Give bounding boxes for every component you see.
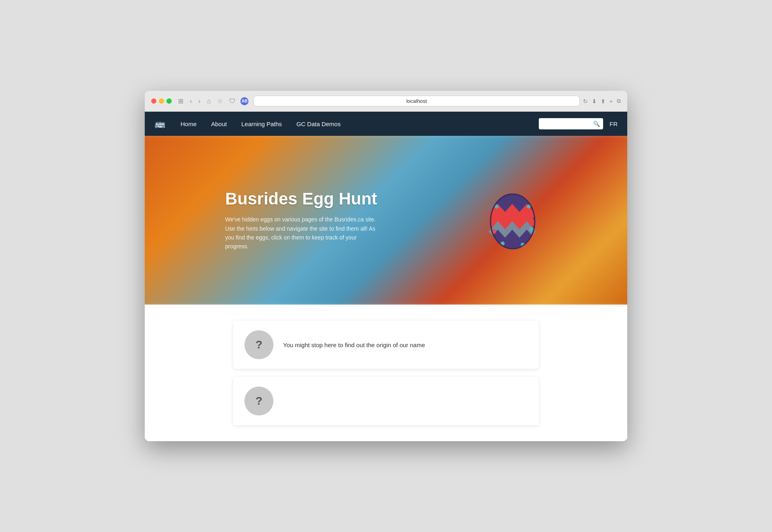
nav-right: 🔍 FR — [539, 118, 618, 129]
tabs-icon[interactable]: ⧉ — [617, 98, 621, 104]
share-icon[interactable]: ⬆ — [601, 98, 606, 104]
search-wrapper: 🔍 — [539, 118, 603, 129]
maximize-button[interactable] — [166, 98, 172, 104]
hint-symbol-2: ? — [255, 395, 262, 407]
address-bar[interactable]: localhost — [253, 96, 579, 106]
nav-links: Home About Learning Paths GC Data Demos — [173, 112, 539, 136]
close-button[interactable] — [151, 98, 156, 104]
browser-titlebar: ⊞ ‹ › ⌂ ☆ 🛡 AB localhost ↻ ⬇ ⬆ + ⧉ — [145, 91, 627, 112]
browser-window: ⊞ ‹ › ⌂ ☆ 🛡 AB localhost ↻ ⬇ ⬆ + ⧉ 🚌 — [145, 91, 627, 441]
hero-content: Busrides Egg Hunt We've hidden eggs on v… — [145, 189, 378, 251]
address-bar-wrapper: localhost ↻ ⬇ ⬆ + ⧉ — [253, 96, 621, 106]
bookmark-icon[interactable]: ☆ — [216, 96, 224, 106]
nav-logo[interactable]: 🚌 — [154, 119, 165, 129]
site-content: 🚌 Home About Learning Paths GC Data Demo… — [145, 112, 627, 441]
address-bar-icons: ↻ ⬇ ⬆ + ⧉ — [583, 98, 621, 104]
site-nav: 🚌 Home About Learning Paths GC Data Demo… — [145, 112, 627, 136]
adblock-icon[interactable]: AB — [240, 97, 248, 105]
home-icon[interactable]: ⌂ — [205, 97, 213, 106]
hint-bubble-2: ? — [244, 387, 273, 415]
traffic-lights — [151, 98, 172, 104]
main-content: ? You might stop here to find out the or… — [145, 305, 627, 441]
nav-link-gc-data-demos[interactable]: GC Data Demos — [289, 112, 348, 136]
bus-icon: 🚌 — [154, 119, 165, 129]
sidebar-toggle-icon[interactable]: ⊞ — [177, 96, 185, 106]
nav-link-home[interactable]: Home — [173, 112, 204, 136]
language-toggle-button[interactable]: FR — [610, 121, 618, 127]
hero-description: We've hidden eggs on various pages of th… — [225, 215, 378, 251]
new-tab-icon[interactable]: + — [610, 98, 613, 104]
back-icon[interactable]: ‹ — [188, 97, 193, 106]
shield-icon[interactable]: 🛡 — [228, 97, 237, 106]
hero-title: Busrides Egg Hunt — [225, 189, 378, 209]
hero-section: Busrides Egg Hunt We've hidden eggs on v… — [145, 136, 627, 305]
url-text: localhost — [406, 98, 427, 104]
minimize-button[interactable] — [159, 98, 164, 104]
hint-bubble-1: ? — [244, 330, 273, 359]
download-icon[interactable]: ⬇ — [592, 98, 597, 104]
hint-card-2: ? — [233, 377, 539, 425]
hint-text-1: You might stop here to find out the orig… — [283, 342, 425, 348]
nav-link-about[interactable]: About — [204, 112, 234, 136]
hint-symbol-1: ? — [255, 338, 262, 351]
forward-icon[interactable]: › — [197, 97, 202, 106]
hint-card-1: ? You might stop here to find out the or… — [233, 321, 539, 369]
browser-controls: ⊞ ‹ › ⌂ ☆ 🛡 AB — [177, 96, 248, 106]
nav-link-learning-paths[interactable]: Learning Paths — [234, 112, 289, 136]
search-submit-button[interactable]: 🔍 — [593, 121, 600, 127]
hero-egg-image[interactable] — [487, 187, 539, 253]
reload-icon[interactable]: ↻ — [583, 98, 588, 104]
